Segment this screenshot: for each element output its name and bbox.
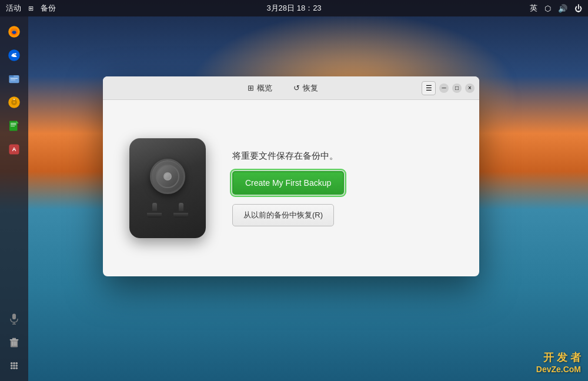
svg-rect-8 [11,79,16,80]
svg-point-32 [13,365,15,367]
restore-tab-icon: ↺ [293,83,300,92]
svg-rect-19 [12,313,16,319]
files-icon [8,72,21,85]
window-close-button[interactable]: × [465,83,475,93]
safe-leg-right [173,203,188,218]
volume-icon[interactable]: 🔊 [558,4,567,13]
desktop: 活动 ⊞ 备份 3月28日 18：23 英 ⬡ 🔊 ⏻ [0,0,588,381]
sidebar-item-appgrid[interactable] [4,355,25,376]
watermark-line2: DevZe.CoM [536,365,581,374]
trash-icon [8,336,21,349]
svg-rect-15 [11,125,16,125]
libreoffice-icon [8,119,21,132]
safe-dial-inner [156,165,179,188]
thunderbird-icon [8,49,21,62]
svg-point-36 [15,367,18,369]
svg-rect-14 [11,123,16,123]
svg-point-35 [13,367,15,369]
safe-dial [150,159,185,194]
sidebar-item-rhythmbox[interactable] [4,92,25,113]
datetime-display: 3月28日 18：23 [266,3,321,14]
window-minimize-button[interactable]: ─ [439,83,449,93]
window-controls: ☰ ─ □ × [422,81,475,95]
svg-rect-6 [9,75,14,77]
sidebar-item-trash[interactable] [4,332,25,353]
tab-overview[interactable]: ⊞ 概览 [243,81,277,96]
svg-point-12 [14,99,15,100]
top-panel: 活动 ⊞ 备份 3月28日 18：23 英 ⬡ 🔊 ⏻ [0,0,588,16]
overview-icon: ⊞ [248,83,254,92]
svg-point-31 [11,365,13,367]
svg-rect-24 [12,338,16,339]
window-content: 将重要文件保存在备份中。 Create My First Backup 从以前的… [103,100,479,276]
watermark-line1: 开 发 者 [536,350,581,365]
appstore-icon: A [8,143,21,156]
create-backup-button[interactable]: Create My First Backup [232,171,344,195]
svg-rect-7 [11,78,18,79]
mic-icon [8,312,21,325]
svg-point-4 [15,53,16,54]
window-maximize-button[interactable]: □ [452,83,462,93]
restore-from-backup-button[interactable]: 从以前的备份中恢复(R) [232,204,334,226]
svg-point-29 [13,362,15,365]
svg-point-33 [15,365,18,367]
svg-point-34 [11,367,13,369]
backup-illustration [121,129,215,247]
svg-point-11 [13,101,15,103]
firefox-icon [8,25,21,38]
window-right-content: 将重要文件保存在备份中。 Create My First Backup 从以前的… [232,151,462,226]
tab-restore-label: 恢复 [303,83,318,93]
window-menu-button[interactable]: ☰ [422,81,436,95]
rhythmbox-icon [8,96,21,109]
network-icon[interactable]: ⬡ [544,4,551,13]
svg-point-30 [15,362,18,365]
backup-safe-icon [129,138,206,238]
sidebar-item-appstore[interactable]: A [4,139,25,160]
panel-center: 3月28日 18：23 [266,3,321,14]
sidebar-item-mic[interactable] [4,308,25,329]
app-name-panel: 备份 [41,3,56,14]
sidebar-item-firefox[interactable] [4,21,25,42]
welcome-text: 将重要文件保存在备份中。 [232,151,462,162]
panel-left: 活动 ⊞ 备份 [6,3,56,14]
lang-indicator[interactable]: 英 [530,3,537,14]
activities-button[interactable]: 活动 [6,3,21,14]
tab-restore[interactable]: ↺ 恢复 [289,81,323,96]
safe-leg-left [147,203,162,218]
sidebar: A [0,16,28,381]
backup-dialog: ⊞ 概览 ↺ 恢复 ☰ ─ □ × [103,76,479,276]
sidebar-item-thunderbird[interactable] [4,45,25,66]
power-icon[interactable]: ⏻ [574,4,582,13]
svg-point-28 [11,362,13,365]
window-titlebar: ⊞ 概览 ↺ 恢复 ☰ ─ □ × [103,76,479,100]
panel-right: 英 ⬡ 🔊 ⏻ [530,3,582,14]
sidebar-item-libreoffice[interactable] [4,115,25,136]
safe-dial-dot [163,172,172,181]
svg-rect-16 [11,126,15,126]
appgrid-icon [8,359,21,372]
sidebar-item-files[interactable] [4,68,25,89]
safe-legs [147,203,188,218]
svg-rect-23 [10,339,19,340]
tab-overview-label: 概览 [257,83,272,93]
app-icon-panel: ⊞ [28,5,34,12]
window-tabs: ⊞ 概览 ↺ 恢复 [243,81,323,96]
watermark: 开 发 者 DevZe.CoM [536,350,581,374]
svg-text:A: A [12,146,16,152]
